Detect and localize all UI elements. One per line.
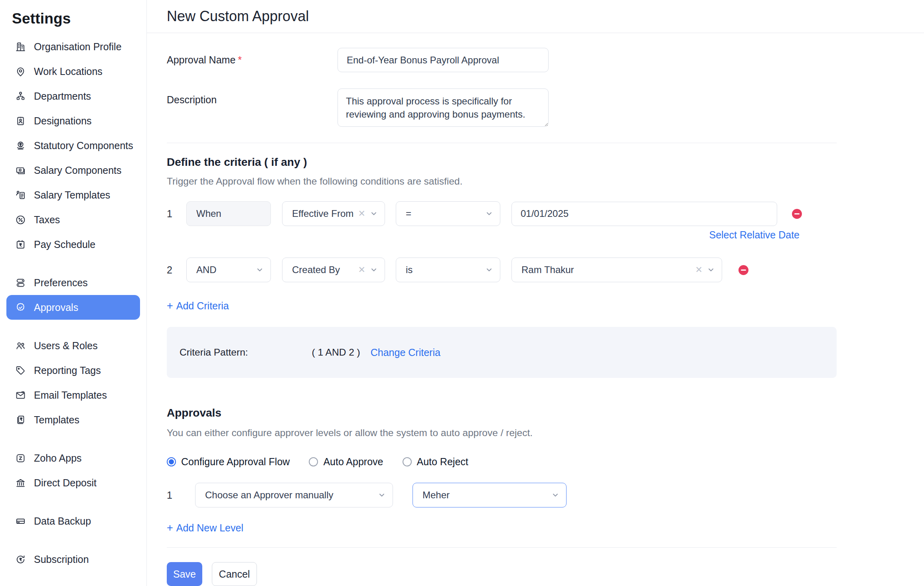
chevron-down-icon[interactable] bbox=[485, 209, 494, 218]
select-relative-date-link[interactable]: Select Relative Date bbox=[709, 229, 800, 240]
sidebar-item-label: Organisation Profile bbox=[34, 41, 122, 53]
configure-approval-flow-option[interactable]: Configure Approval Flow bbox=[167, 456, 290, 468]
approvals-heading: Approvals bbox=[167, 407, 837, 419]
approval-mode-options: Configure Approval Flow Auto Approve Aut… bbox=[167, 456, 837, 467]
criteria-row: 2 AND Created By ✕ is Ram Thakur ✕ bbox=[167, 258, 837, 282]
sidebar-title: Settings bbox=[12, 10, 140, 27]
sidebar-item-departments[interactable]: Departments bbox=[6, 84, 140, 108]
sidebar-item-data-backup[interactable]: Data Backup bbox=[6, 509, 140, 533]
sidebar-item-reporting-tags[interactable]: Reporting Tags bbox=[6, 358, 140, 383]
clear-selection-icon[interactable]: ✕ bbox=[695, 265, 703, 275]
sidebar-item-label: Statutory Components bbox=[34, 140, 133, 151]
auto-reject-option[interactable]: Auto Reject bbox=[403, 456, 468, 468]
relative-date-row: Select Relative Date bbox=[534, 229, 800, 240]
remove-criteria-button[interactable] bbox=[792, 209, 802, 219]
chevron-down-icon[interactable] bbox=[369, 265, 378, 274]
chevron-down-icon[interactable] bbox=[485, 265, 494, 274]
sidebar-item-label: Approvals bbox=[34, 302, 78, 313]
chevron-down-icon[interactable] bbox=[255, 265, 264, 274]
criteria-value-select[interactable]: Ram Thakur ✕ bbox=[511, 258, 722, 282]
chevron-down-icon[interactable] bbox=[369, 209, 378, 218]
sidebar-item-approvals[interactable]: Approvals bbox=[6, 295, 140, 320]
radio-icon[interactable] bbox=[309, 457, 318, 466]
clear-selection-icon[interactable]: ✕ bbox=[358, 208, 365, 219]
sidebar-item-preferences[interactable]: Preferences bbox=[6, 270, 140, 295]
sidebar-group: Data Backup bbox=[6, 509, 140, 533]
form-actions: Save Cancel bbox=[167, 562, 837, 586]
sidebar-item-label: Work Locations bbox=[34, 66, 103, 77]
page-header: New Custom Approval bbox=[147, 0, 924, 33]
save-button[interactable]: Save bbox=[167, 562, 202, 586]
sidebar-item-email-templates[interactable]: Email Templates bbox=[6, 383, 140, 407]
approver-select[interactable]: Meher bbox=[413, 483, 567, 507]
id-badge-icon bbox=[14, 115, 26, 127]
sidebar-item-label: Subscription bbox=[34, 554, 89, 565]
drive-icon bbox=[14, 515, 26, 527]
sidebar-item-users-roles[interactable]: Users & Roles bbox=[6, 333, 140, 358]
sidebar-group: Users & RolesReporting TagsEmail Templat… bbox=[6, 333, 140, 432]
chevron-down-icon[interactable] bbox=[551, 491, 560, 499]
auto-approve-option[interactable]: Auto Approve bbox=[309, 456, 383, 468]
add-criteria-row: +Add Criteria bbox=[167, 300, 837, 312]
criteria-pattern-value: ( 1 AND 2 ) bbox=[312, 347, 360, 358]
sidebar-item-pay-schedule[interactable]: Pay Schedule bbox=[6, 232, 140, 257]
criteria-row-number: 1 bbox=[167, 208, 186, 220]
map-pin-icon bbox=[14, 65, 26, 77]
cancel-button[interactable]: Cancel bbox=[212, 562, 257, 586]
description-label: Description bbox=[167, 88, 338, 106]
chevron-down-icon[interactable] bbox=[377, 491, 386, 499]
criteria-pattern-panel: Criteria Pattern: ( 1 AND 2 ) Change Cri… bbox=[167, 327, 837, 378]
sidebar-group: Organisation ProfileWork LocationsDepart… bbox=[6, 34, 140, 257]
plus-icon: + bbox=[167, 300, 173, 312]
bank-icon bbox=[14, 477, 26, 489]
chevron-down-icon[interactable] bbox=[707, 265, 715, 274]
sidebar-item-label: Data Backup bbox=[34, 515, 91, 527]
remove-criteria-button[interactable] bbox=[738, 265, 748, 275]
sidebar-item-subscription[interactable]: Subscription bbox=[6, 547, 140, 572]
sidebar-nav: Organisation ProfileWork LocationsDepart… bbox=[6, 34, 140, 572]
approval-name-input[interactable] bbox=[338, 48, 549, 72]
banknote-icon bbox=[14, 164, 26, 176]
add-criteria-link[interactable]: +Add Criteria bbox=[167, 300, 229, 312]
sidebar-item-label: Users & Roles bbox=[34, 340, 98, 352]
sidebar-item-taxes[interactable]: Taxes bbox=[6, 207, 140, 232]
sidebar-item-label: Departments bbox=[34, 90, 91, 102]
sidebar-item-zoho-apps[interactable]: Zoho Apps bbox=[6, 446, 140, 470]
approval-form: Approval Name* Description This approval… bbox=[147, 33, 924, 586]
operator-select[interactable]: = bbox=[396, 201, 500, 226]
sidebar-item-salary-components[interactable]: Salary Components bbox=[6, 158, 140, 183]
toggles-icon bbox=[14, 277, 26, 289]
sidebar-item-label: Templates bbox=[34, 414, 79, 426]
change-criteria-link[interactable]: Change Criteria bbox=[371, 347, 440, 358]
sidebar-item-statutory-components[interactable]: Statutory Components bbox=[6, 133, 140, 158]
sidebar-item-designations[interactable]: Designations bbox=[6, 108, 140, 133]
add-new-level-link[interactable]: +Add New Level bbox=[167, 522, 243, 534]
criteria-subtitle: Trigger the Approval flow when the follo… bbox=[167, 176, 837, 187]
sidebar-item-organisation-profile[interactable]: Organisation Profile bbox=[6, 34, 140, 59]
sidebar-item-label: Pay Schedule bbox=[34, 239, 95, 250]
sidebar-item-label: Direct Deposit bbox=[34, 477, 97, 489]
sidebar-item-label: Preferences bbox=[34, 277, 88, 289]
condition-field-select[interactable]: Effective From ✕ bbox=[282, 201, 385, 226]
connector-select[interactable]: AND bbox=[186, 258, 271, 282]
radio-icon[interactable] bbox=[403, 457, 412, 466]
sidebar-item-label: Designations bbox=[34, 115, 92, 127]
footer-divider bbox=[167, 547, 837, 548]
sidebar-item-templates[interactable]: Templates bbox=[6, 407, 140, 432]
sidebar-item-work-locations[interactable]: Work Locations bbox=[6, 59, 140, 84]
clear-selection-icon[interactable]: ✕ bbox=[358, 265, 365, 275]
criteria-row-number: 2 bbox=[167, 264, 186, 276]
radio-selected-icon[interactable] bbox=[167, 457, 176, 466]
badge-check-icon bbox=[14, 301, 26, 313]
description-textarea[interactable]: This approval process is specifically fo… bbox=[338, 88, 549, 127]
condition-field-select[interactable]: Created By ✕ bbox=[282, 258, 385, 282]
criteria-heading: Define the criteria ( if any ) bbox=[167, 156, 837, 169]
tag-icon bbox=[14, 364, 26, 376]
doc-rupee-icon bbox=[14, 414, 26, 426]
operator-select[interactable]: is bbox=[396, 258, 500, 282]
approver-type-select[interactable]: Choose an Approver manually bbox=[195, 483, 393, 507]
rupee-refresh-icon bbox=[14, 553, 26, 565]
sidebar-item-salary-templates[interactable]: Salary Templates bbox=[6, 183, 140, 207]
sidebar-item-direct-deposit[interactable]: Direct Deposit bbox=[6, 470, 140, 495]
criteria-value-input[interactable] bbox=[511, 202, 777, 226]
